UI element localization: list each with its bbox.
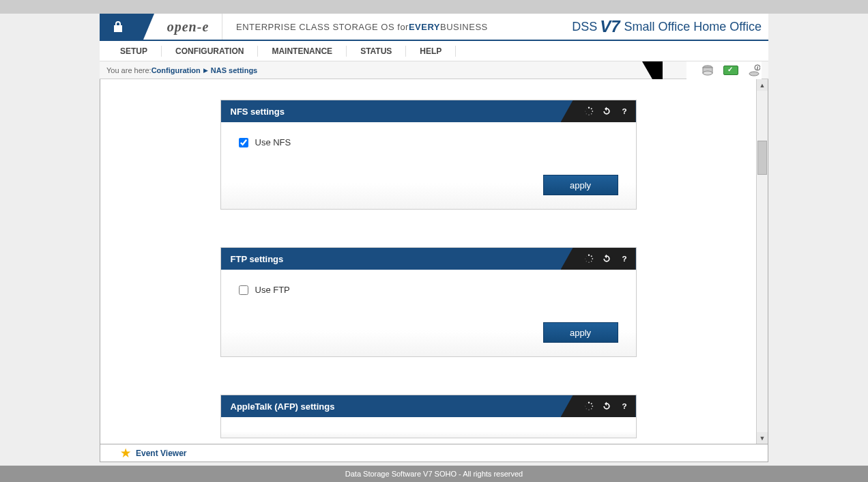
ftp-apply-button[interactable]: apply [543,322,618,343]
panel-ftp-header: FTP settings ? [221,248,636,270]
panel-nfs-title: NFS settings [231,107,285,117]
panel-afp-title: AppleTalk (AFP) settings [231,401,335,412]
product-dss: DSS [572,20,597,34]
svg-point-19 [588,262,589,263]
scroll-up-arrow[interactable]: ▲ [757,79,768,91]
svg-point-27 [590,408,592,410]
content-area: NFS settings ? Use NFS apply [100,79,768,444]
nav-configuration[interactable]: CONFIGURATION [162,46,258,57]
scroll-down-arrow[interactable]: ▼ [757,432,768,444]
event-viewer-bar[interactable]: ★ Event Viewer [100,444,768,462]
use-ftp-checkbox[interactable] [239,285,248,295]
refresh-icon[interactable] [602,401,611,411]
status-icons: i [686,61,762,79]
svg-point-20 [585,261,586,261]
content-scroll: NFS settings ? Use NFS apply [100,79,756,444]
panel-nfs-body: Use NFS apply [221,122,636,209]
breadcrumb-nas-settings[interactable]: NAS settings [211,66,257,74]
nfs-apply-button[interactable]: apply [543,175,618,195]
tagline-part-c: BUSINESS [440,22,488,32]
breadcrumb-configuration[interactable]: Configuration [151,66,201,74]
ok-status-icon[interactable] [723,64,738,76]
panel-afp-header: AppleTalk (AFP) settings ? [221,395,636,417]
header-banner: open-e ENTERPRISE CLASS STORAGE OS for E… [100,14,768,41]
panel-afp-actions: ? [561,395,636,417]
breadcrumb-diagonal [642,61,663,79]
product-edition: Small Office Home Office [624,20,762,34]
info-status-icon[interactable]: i [747,64,762,76]
svg-point-25 [590,403,592,404]
panel-ftp: FTP settings ? Use FTP apply [220,247,637,357]
breadcrumb-prefix: You are here: [106,66,151,74]
svg-point-24 [588,402,589,403]
svg-point-9 [590,113,592,115]
loading-icon[interactable] [584,254,594,264]
svg-point-3 [749,72,759,76]
nav-help[interactable]: HELP [406,46,456,57]
refresh-icon[interactable] [602,254,611,264]
header-tagline: ENTERPRISE CLASS STORAGE OS for EVERY BU… [222,14,572,40]
svg-text:?: ? [622,401,626,410]
help-icon[interactable]: ? [620,401,629,411]
svg-text:?: ? [622,107,626,115]
footer-text: Data Storage Software V7 SOHO - All righ… [345,470,523,478]
svg-point-10 [588,115,589,115]
brand-logo: open-e [154,14,222,40]
svg-point-17 [592,258,593,259]
panel-nfs-actions: ? [561,100,636,122]
svg-point-13 [585,109,586,109]
panel-ftp-body: Use FTP apply [221,270,636,356]
tagline-part-a: ENTERPRISE CLASS STORAGE OS for [236,22,409,32]
svg-text:?: ? [622,254,626,263]
svg-point-8 [592,111,593,112]
breadcrumb-separator: ▶ [203,67,208,74]
nav-setup[interactable]: SETUP [106,46,162,57]
svg-point-21 [585,258,585,259]
panel-nfs-header: NFS settings ? [221,100,636,122]
use-ftp-label: Use FTP [255,285,290,295]
svg-point-7 [590,108,592,109]
panel-afp-body-peek [221,417,636,438]
product-name: DSS V7 Small Office Home Office [572,14,768,40]
window-titlebar [0,0,868,14]
use-nfs-label: Use NFS [255,137,291,147]
breadcrumb-row: You are here: Configuration ▶ NAS settin… [100,61,768,79]
svg-point-31 [585,403,586,404]
refresh-icon[interactable] [602,107,611,116]
use-nfs-row[interactable]: Use NFS [239,137,618,147]
footer: Data Storage Software V7 SOHO - All righ… [0,466,868,482]
scroll-thumb[interactable] [757,141,767,175]
help-icon[interactable]: ? [620,107,629,116]
main-nav: SETUP CONFIGURATION MAINTENANCE STATUS H… [100,41,768,61]
svg-point-11 [585,113,586,114]
nav-status[interactable]: STATUS [347,46,406,57]
tagline-part-b: EVERY [409,22,440,32]
svg-point-2 [703,71,712,75]
svg-point-26 [592,406,593,407]
svg-point-28 [588,410,589,410]
help-icon[interactable]: ? [620,254,629,264]
disk-status-icon[interactable] [700,64,715,76]
lock-icon[interactable] [113,20,123,33]
nav-maintenance[interactable]: MAINTENANCE [258,46,347,57]
svg-point-22 [585,256,586,257]
star-icon: ★ [121,446,130,459]
header-lock-region [100,14,154,40]
svg-point-16 [590,255,592,257]
use-ftp-row[interactable]: Use FTP [239,285,618,295]
svg-point-29 [585,408,586,409]
svg-point-6 [588,107,589,109]
panel-nfs: NFS settings ? Use NFS apply [220,100,637,210]
svg-point-15 [588,255,589,256]
loading-icon[interactable] [584,401,594,411]
panel-ftp-actions: ? [561,248,636,270]
product-v7: V7 [600,17,620,36]
use-nfs-checkbox[interactable] [239,138,248,147]
app-frame: open-e ENTERPRISE CLASS STORAGE OS for E… [100,14,768,462]
loading-icon[interactable] [584,107,594,116]
panel-afp: AppleTalk (AFP) settings ? [220,395,637,438]
svg-point-12 [585,111,585,111]
svg-point-18 [590,261,592,262]
vertical-scrollbar[interactable]: ▲ ▼ [756,79,768,444]
svg-point-30 [585,406,585,406]
